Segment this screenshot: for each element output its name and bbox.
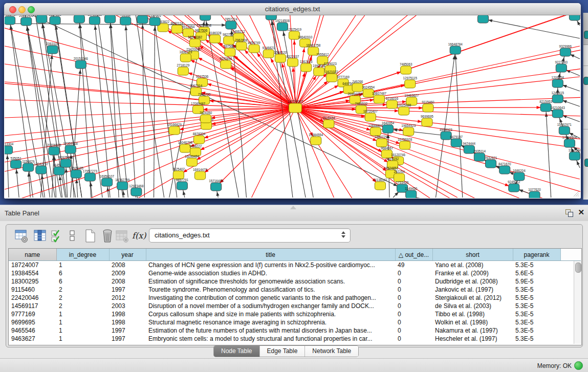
table-cell[interactable]: 49 — [395, 261, 432, 270]
table-cell[interactable]: Structural magnetic resonance image aver… — [146, 318, 395, 326]
graph-node[interactable] — [552, 79, 563, 87]
column-settings-icon[interactable] — [33, 229, 47, 243]
table-cell[interactable]: 2 — [56, 302, 109, 310]
graph-node[interactable] — [326, 74, 337, 82]
graph-node[interactable] — [23, 163, 34, 171]
table-cell[interactable]: 0 — [395, 294, 432, 302]
table-cell[interactable]: 9777169 — [9, 310, 56, 318]
table-cell[interactable]: 2 — [56, 294, 109, 302]
graph-node[interactable] — [365, 113, 376, 121]
graph-node[interactable] — [287, 58, 298, 67]
graph-node[interactable] — [401, 66, 411, 74]
graph-node[interactable] — [47, 46, 58, 54]
graph-node[interactable] — [450, 46, 461, 54]
graph-node[interactable] — [556, 64, 567, 72]
table-cell[interactable]: Nakamura et al. (1997) — [432, 326, 513, 335]
graph-node[interactable] — [477, 15, 488, 23]
graph-node[interactable] — [370, 127, 381, 136]
graph-node[interactable] — [314, 68, 324, 76]
table-cell[interactable]: 1 — [56, 318, 109, 326]
graph-node[interactable] — [210, 35, 221, 43]
table-cell[interactable]: 1998 — [109, 310, 146, 318]
graph-node[interactable] — [178, 67, 188, 75]
graph-node[interactable] — [169, 126, 180, 135]
graph-node[interactable] — [225, 48, 235, 56]
graph-node[interactable] — [569, 15, 580, 20]
table-cell[interactable]: Dudbridge et al. (2008) — [432, 277, 513, 286]
table-cell[interactable]: 5.9E-5 — [513, 277, 560, 286]
graph-node[interactable] — [289, 103, 301, 113]
graph-node[interactable] — [120, 17, 131, 25]
graph-node[interactable] — [403, 127, 414, 136]
graph-node[interactable] — [177, 182, 187, 190]
graph-node[interactable] — [569, 152, 580, 160]
graph-node[interactable] — [564, 139, 575, 147]
graph-node[interactable] — [137, 15, 148, 24]
network-canvas[interactable]: 1872400774638228660124591295423226058982… — [5, 15, 580, 198]
graph-node[interactable] — [50, 16, 60, 25]
window-resize-grip[interactable] — [572, 190, 579, 197]
graph-node[interactable] — [400, 141, 410, 149]
table-cell[interactable]: 1997 — [109, 326, 146, 335]
graph-node[interactable] — [376, 139, 387, 147]
network-window-titlebar[interactable]: citations_edges.txt — [4, 3, 581, 15]
graph-node[interactable] — [89, 16, 100, 25]
column-header-short[interactable]: short — [432, 249, 513, 261]
table-cell[interactable]: 5.3E-5 — [513, 335, 560, 343]
graph-node[interactable] — [11, 160, 21, 168]
graph-node[interactable] — [275, 54, 286, 62]
table-cell[interactable]: 2 — [56, 286, 109, 294]
memory-status-indicator[interactable] — [574, 361, 583, 370]
table-row[interactable]: 1456911722003Disruption of a novel membe… — [9, 302, 581, 310]
table-cell[interactable]: 0 — [395, 277, 432, 286]
table-cell[interactable]: Tibbo et al. (1998) — [432, 310, 513, 318]
graph-node[interactable] — [54, 167, 64, 175]
graph-node[interactable] — [323, 120, 334, 128]
float-panel-icon[interactable] — [565, 209, 573, 217]
table-cell[interactable]: Corpus callosum shape and size in male p… — [146, 310, 395, 318]
table-row[interactable]: 1830029562008Estimation of significance … — [9, 277, 581, 286]
table-cell[interactable]: Franke et al. (2009) — [432, 269, 513, 277]
table-cell[interactable]: 18724007 — [9, 261, 56, 270]
row-height-icon[interactable] — [69, 229, 76, 243]
select-columns-icon[interactable] — [50, 229, 64, 243]
table-row[interactable]: 946554611997Estimation of the future num… — [9, 326, 581, 335]
table-row[interactable]: 1872400712008Changes of HCN gene express… — [9, 261, 581, 270]
tab-node-table[interactable]: Node Table — [214, 346, 260, 357]
table-cell[interactable]: Disruption of a novel member of a sodium… — [146, 302, 395, 310]
graph-node[interactable] — [509, 184, 519, 192]
graph-node[interactable] — [352, 83, 363, 92]
tab-edge-table[interactable]: Edge Table — [260, 346, 306, 357]
table-cell[interactable]: Estimation of significance thresholds fo… — [146, 277, 395, 286]
graph-node[interactable] — [36, 166, 47, 174]
table-cell[interactable]: 1 — [56, 335, 109, 343]
column-header-name[interactable]: name — [9, 249, 56, 261]
graph-node[interactable] — [102, 178, 113, 186]
close-panel-icon[interactable]: ✕ — [578, 208, 584, 217]
graph-node[interactable] — [301, 63, 312, 72]
table-cell[interactable]: de Silva et al. (2003) — [432, 302, 513, 310]
graph-node[interactable] — [211, 183, 222, 191]
graph-node[interactable] — [386, 100, 397, 108]
scrollbar-thumb[interactable] — [575, 262, 581, 273]
graph-node[interactable] — [105, 15, 116, 23]
graph-node[interactable] — [36, 15, 47, 23]
table-cell[interactable]: Embryonic stem cells: a model to study s… — [146, 335, 395, 343]
graph-node[interactable] — [405, 80, 416, 88]
table-cell[interactable]: 1998 — [109, 318, 146, 326]
graph-node[interactable] — [221, 60, 231, 69]
table-cell[interactable]: Stergiakouli et al. (2012) — [432, 294, 513, 302]
table-cell[interactable]: Investigating the contribution of common… — [146, 294, 395, 302]
table-cell[interactable]: 1 — [56, 326, 109, 335]
graph-node[interactable] — [474, 153, 485, 161]
graph-node[interactable] — [529, 191, 540, 198]
graph-node[interactable] — [224, 36, 234, 45]
graph-node[interactable] — [5, 146, 13, 154]
table-cell[interactable]: 9699695 — [9, 318, 56, 326]
table-settings-icon[interactable] — [14, 229, 29, 243]
table-cell[interactable]: 1 — [56, 261, 109, 270]
graph-node[interactable] — [311, 137, 321, 145]
table-cell[interactable]: 2003 — [109, 302, 146, 310]
table-cell[interactable]: 9463627 — [9, 335, 56, 343]
graph-node[interactable] — [49, 147, 59, 155]
